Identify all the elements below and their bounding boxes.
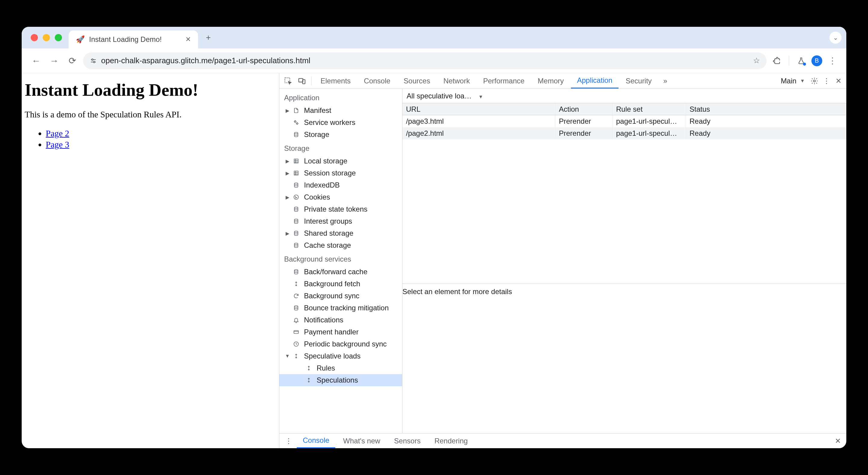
bookmark-icon[interactable]: ☆: [753, 56, 760, 65]
sidebar-item[interactable]: Notifications: [279, 314, 402, 326]
maximize-window-button[interactable]: [55, 34, 62, 41]
clock-icon: [293, 341, 301, 347]
chrome-menu-icon[interactable]: ⋮: [826, 54, 839, 67]
page-link[interactable]: Page 3: [46, 140, 69, 149]
table-cell: /page2.html: [402, 127, 555, 139]
devtools-tab-network[interactable]: Network: [437, 73, 476, 89]
new-tab-button[interactable]: +: [200, 33, 216, 42]
devtools-close-icon[interactable]: ✕: [833, 76, 844, 86]
sidebar-item-label: Bounce tracking mitigation: [304, 304, 389, 312]
th-url[interactable]: URL: [402, 103, 555, 115]
table-cell: Ready: [686, 127, 846, 139]
sidebar-item[interactable]: ▶Session storage: [279, 167, 402, 179]
site-controls-icon[interactable]: [90, 57, 97, 64]
devtools-tab-security[interactable]: Security: [620, 73, 658, 89]
frame-selector[interactable]: Main▼: [778, 77, 808, 85]
devtools-tab-memory[interactable]: Memory: [532, 73, 570, 89]
db-icon: [293, 305, 301, 311]
file-icon: [293, 108, 301, 114]
page-link[interactable]: Page 2: [46, 128, 69, 138]
sidebar-item-label: Speculative loads: [304, 352, 361, 360]
table-row[interactable]: /page2.htmlPrerenderpage1-url-specul…Rea…: [402, 127, 846, 139]
tab-close-icon[interactable]: ✕: [185, 35, 191, 43]
tab-strip: 🚀 Instant Loading Demo! ✕ + ⌄: [22, 27, 846, 49]
card-icon: [293, 329, 301, 335]
drawer-more-icon[interactable]: ⋮: [282, 435, 295, 447]
speculations-table: URL Action Rule set Status /page3.htmlPr…: [402, 103, 846, 284]
more-tabs-icon[interactable]: »: [659, 75, 672, 87]
tab-search-button[interactable]: ⌄: [830, 32, 841, 43]
th-status[interactable]: Status: [686, 103, 846, 115]
sidebar-item-label: Background sync: [304, 292, 359, 300]
sidebar-item[interactable]: Speculations: [279, 374, 402, 386]
sidebar-item[interactable]: Storage: [279, 128, 402, 141]
sidebar-item[interactable]: Private state tokens: [279, 203, 402, 215]
devtools-more-icon[interactable]: ⋮: [821, 76, 832, 86]
svg-point-19: [294, 183, 298, 184]
close-window-button[interactable]: [31, 34, 38, 41]
svg-point-22: [297, 198, 297, 198]
browser-tab[interactable]: 🚀 Instant Loading Demo! ✕: [69, 30, 198, 49]
drawer-close-icon[interactable]: ✕: [833, 437, 843, 445]
sidebar-item[interactable]: Rules: [279, 362, 402, 374]
sidebar-item[interactable]: Background sync: [279, 290, 402, 302]
th-ruleset[interactable]: Rule set: [613, 103, 686, 115]
svg-point-10: [294, 132, 298, 134]
sidebar-item[interactable]: Service workers: [279, 117, 402, 128]
sidebar-item[interactable]: ▶Local storage: [279, 155, 402, 167]
sidebar-item[interactable]: ▶Shared storage: [279, 227, 402, 239]
db-icon: [293, 131, 301, 138]
forward-button[interactable]: →: [47, 54, 61, 68]
sidebar-item[interactable]: Cache storage: [279, 239, 402, 251]
devtools-settings-icon[interactable]: [809, 76, 820, 86]
sidebar-item[interactable]: IndexedDB: [279, 179, 402, 191]
sidebar-item[interactable]: Background fetch: [279, 278, 402, 290]
db-icon: [293, 269, 301, 275]
extensions-icon[interactable]: [770, 54, 783, 67]
url-text: open-chalk-asparagus.glitch.me/page1-url…: [101, 56, 749, 65]
minimize-window-button[interactable]: [43, 34, 50, 41]
address-bar[interactable]: open-chalk-asparagus.glitch.me/page1-url…: [83, 52, 767, 69]
profile-avatar[interactable]: B: [811, 55, 822, 66]
sidebar-item[interactable]: Interest groups: [279, 215, 402, 227]
th-action[interactable]: Action: [555, 103, 613, 115]
gears-icon: [293, 119, 301, 125]
table-cell: Ready: [686, 115, 846, 127]
devtools-panel: Elements Console Sources Network Perform…: [279, 73, 846, 448]
back-button[interactable]: ←: [29, 54, 43, 68]
devtools-tab-application[interactable]: Application: [571, 73, 618, 89]
drawer-tab-console[interactable]: Console: [297, 434, 335, 448]
sidebar-item[interactable]: Payment handler: [279, 326, 402, 338]
device-toolbar-icon[interactable]: [296, 75, 308, 87]
devtools-tab-console[interactable]: Console: [358, 73, 396, 89]
bell-icon: [293, 317, 301, 323]
drawer-tab-rendering[interactable]: Rendering: [428, 434, 474, 448]
filter-dropdown[interactable]: All speculative loa…: [407, 92, 483, 100]
svg-point-8: [294, 121, 296, 122]
table-header: URL Action Rule set Status: [402, 103, 846, 115]
arrows-icon: [293, 281, 301, 287]
db-icon: [293, 230, 301, 236]
devtools-tab-performance[interactable]: Performance: [477, 73, 530, 89]
sidebar-item-label: Back/forward cache: [304, 268, 368, 276]
sidebar-item[interactable]: Periodic background sync: [279, 338, 402, 350]
page-link-list: Page 2 Page 3: [25, 128, 279, 150]
drawer-tab-whatsnew[interactable]: What's new: [337, 434, 386, 448]
labs-icon[interactable]: [795, 54, 808, 67]
sidebar-item[interactable]: Back/forward cache: [279, 266, 402, 278]
sidebar-item[interactable]: ▶Cookies: [279, 191, 402, 203]
drawer-tab-sensors[interactable]: Sensors: [388, 434, 427, 448]
grid-icon: [293, 170, 301, 176]
sidebar-section-title: Storage: [279, 141, 402, 155]
table-row[interactable]: /page3.htmlPrerenderpage1-url-specul…Rea…: [402, 115, 846, 127]
sidebar-item[interactable]: ▶Manifest: [279, 105, 402, 117]
inspect-element-icon[interactable]: [282, 75, 294, 87]
svg-point-26: [294, 231, 298, 233]
sidebar-item[interactable]: Bounce tracking mitigation: [279, 302, 402, 314]
devtools-tab-sources[interactable]: Sources: [398, 73, 436, 89]
sidebar-item[interactable]: ▼Speculative loads: [279, 350, 402, 362]
cookie-icon: [293, 194, 301, 200]
devtools-tab-elements[interactable]: Elements: [314, 73, 356, 89]
table-cell: page1-url-specul…: [613, 115, 686, 127]
reload-button[interactable]: ⟳: [65, 54, 80, 68]
